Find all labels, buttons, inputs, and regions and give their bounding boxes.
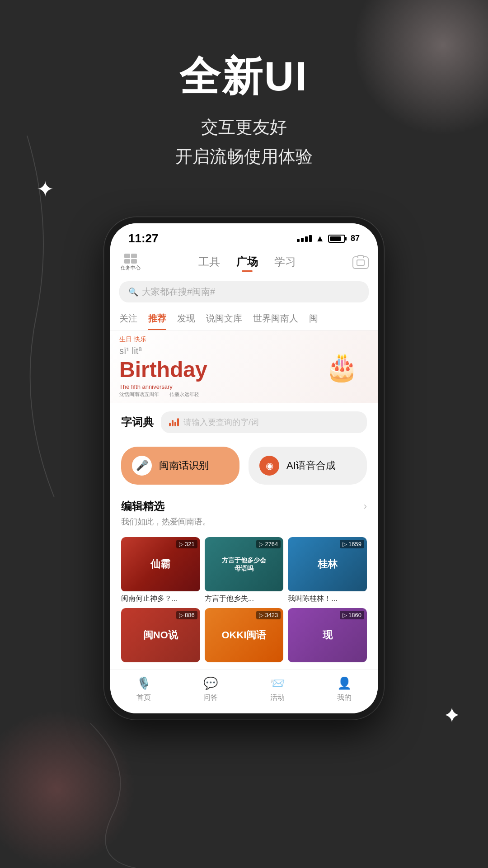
birthday-sub2: 沈恬闽南话五周年 传播永远年轻	[119, 391, 314, 398]
cat-tab-world[interactable]: 世界闽南人	[253, 308, 298, 330]
cat-tab-recommend[interactable]: 推荐	[148, 308, 166, 330]
video-count-5: ▷ 3423	[256, 611, 281, 619]
mic-icon: 🎤	[132, 456, 152, 476]
cat-tab-discover[interactable]: 发现	[177, 308, 195, 330]
profile-icon: 👤	[337, 676, 352, 690]
video-thumb-2: 方言于他多少会母语吗 ▷ 2764	[205, 537, 284, 591]
video-card-3[interactable]: 桂林 ▷ 1659 我叫陈桂林！...	[288, 537, 367, 604]
search-input[interactable]: 🔍 大家都在搜#闽南#	[119, 281, 369, 302]
task-center-label: 任务中心	[121, 264, 141, 271]
birthday-banner[interactable]: 生日 快乐 sī¹ lit⁸ Birthday The fifth annive…	[110, 330, 378, 403]
cat-tab-library[interactable]: 说闽文库	[206, 308, 242, 330]
birthday-phonetics: sī¹ lit⁸	[119, 345, 314, 356]
ai-label: AI语音合成	[286, 459, 336, 472]
recognition-button[interactable]: 🎤 闽南话识别	[121, 447, 239, 485]
video-title-2: 方言于他乡失...	[205, 594, 284, 604]
video-card-4[interactable]: 闽NO说 ▷ 886	[121, 608, 200, 662]
video-grid: 仙霸 ▷ 321 闽南何止神多？... 方言于他多少会母语吗 ▷ 2764 方言…	[110, 537, 378, 670]
status-time: 11:27	[128, 231, 159, 245]
phone-mockup: 11:27 ▲ 87	[104, 217, 384, 720]
qa-label: 问答	[203, 693, 218, 703]
video-count-6: ▷ 1860	[340, 611, 364, 619]
cat-tab-more[interactable]: 闽	[309, 308, 318, 330]
dictionary-section: 字词典 请输入要查询的字/词	[110, 403, 378, 439]
bottom-nav-qa[interactable]: 💬 问答	[192, 676, 229, 703]
birthday-left: 生日 快乐 sī¹ lit⁸ Birthday The fifth annive…	[119, 335, 314, 398]
dictionary-input[interactable]: 请输入要查询的字/词	[161, 411, 367, 433]
dictionary-placeholder: 请输入要查询的字/词	[183, 417, 259, 428]
birthday-banner-inner: 生日 快乐 sī¹ lit⁸ Birthday The fifth annive…	[110, 330, 378, 403]
wave-icon: ◉	[259, 456, 279, 476]
home-label: 首页	[136, 693, 151, 703]
video-card-5[interactable]: OKKI闽语 ▷ 3423	[205, 608, 284, 662]
signal-icon	[297, 235, 312, 242]
tab-plaza[interactable]: 广场	[236, 255, 258, 271]
bg-blob-bottom-left	[0, 710, 136, 868]
nav-tabs: 工具 广场 学习	[146, 255, 348, 271]
search-icon: 🔍	[128, 287, 138, 297]
wifi-icon: ▲	[315, 233, 324, 244]
sparkle-left-icon: ✦	[36, 176, 54, 202]
cat-tab-follow[interactable]: 关注	[119, 308, 137, 330]
phone-screen: 11:27 ▲ 87	[110, 223, 378, 713]
video-card-2[interactable]: 方言于他多少会母语吗 ▷ 2764 方言于他乡失...	[205, 537, 284, 604]
video-card-1[interactable]: 仙霸 ▷ 321 闽南何止神多？...	[121, 537, 200, 604]
tab-tools[interactable]: 工具	[198, 255, 220, 271]
editor-subtitle: 我们如此，热爱闽南语。	[121, 516, 367, 527]
task-center-icon	[124, 254, 137, 264]
video-thumb-3: 桂林 ▷ 1659	[288, 537, 367, 591]
status-bar: 11:27 ▲ 87	[110, 223, 378, 249]
video-thumb-4: 闽NO说 ▷ 886	[121, 608, 200, 662]
dictionary-label: 字词典	[121, 415, 154, 429]
editor-header: 编辑精选 ›	[121, 499, 367, 514]
battery-level: 87	[351, 234, 360, 243]
video-count-2: ▷ 2764	[256, 540, 281, 548]
birthday-cake-icon: 🎂	[314, 340, 369, 394]
bottom-nav-profile[interactable]: 👤 我的	[326, 676, 362, 703]
home-icon: 🎙️	[136, 676, 151, 690]
status-icons: ▲ 87	[297, 233, 360, 244]
battery-icon	[328, 235, 345, 243]
promo-subtitle: 交互更友好 开启流畅使用体验	[0, 113, 488, 171]
video-thumb-1: 仙霸 ▷ 321	[121, 537, 200, 591]
bottom-nav: 🎙️ 首页 💬 问答 📨 活动 👤 我的	[110, 670, 378, 713]
promo-area: 全新UI 交互更友好 开启流畅使用体验	[0, 0, 488, 171]
search-placeholder: 大家都在搜#闽南#	[142, 286, 215, 298]
video-card-6[interactable]: 现 ▷ 1860	[288, 608, 367, 662]
video-count-4: ▷ 886	[176, 611, 197, 619]
sparkle-right-icon: ✦	[443, 703, 461, 728]
tab-study[interactable]: 学习	[274, 255, 296, 271]
category-tabs: 关注 推荐 发现 说闽文库 世界闽南人 闽	[110, 308, 378, 330]
bottom-nav-home[interactable]: 🎙️ 首页	[126, 676, 162, 703]
app-header: 任务中心 工具 广场 学习	[110, 249, 378, 278]
birthday-main-text: Birthday	[119, 358, 314, 382]
task-center-button[interactable]: 任务中心	[119, 254, 142, 271]
profile-label: 我的	[337, 693, 352, 703]
phone-frame: 11:27 ▲ 87	[104, 217, 384, 720]
video-count-3: ▷ 1659	[340, 540, 364, 548]
bottom-nav-activity[interactable]: 📨 活动	[259, 676, 296, 703]
birthday-tag: 生日 快乐	[119, 335, 314, 344]
recognition-label: 闽南话识别	[159, 459, 209, 472]
activity-label: 活动	[270, 693, 285, 703]
chevron-right-icon[interactable]: ›	[364, 500, 367, 512]
birthday-sub: The fifth anniversary	[119, 383, 314, 390]
editor-title: 编辑精选	[121, 499, 164, 514]
bar-chart-icon	[169, 418, 179, 426]
video-thumb-6: 现 ▷ 1860	[288, 608, 367, 662]
voice-section: 🎤 闽南话识别 ◉ AI语音合成	[110, 439, 378, 492]
ai-synthesis-button[interactable]: ◉ AI语音合成	[249, 447, 367, 485]
qa-icon: 💬	[203, 676, 218, 690]
video-title-1: 闽南何止神多？...	[121, 594, 200, 604]
promo-title: 全新UI	[0, 54, 488, 99]
activity-icon: 📨	[270, 676, 285, 690]
search-bar: 🔍 大家都在搜#闽南#	[110, 278, 378, 308]
camera-button[interactable]	[352, 256, 369, 269]
video-count-1: ▷ 321	[176, 540, 197, 548]
video-title-3: 我叫陈桂林！...	[288, 594, 367, 604]
video-thumb-5: OKKI闽语 ▷ 3423	[205, 608, 284, 662]
editor-picks-section: 编辑精选 › 我们如此，热爱闽南语。	[110, 492, 378, 537]
